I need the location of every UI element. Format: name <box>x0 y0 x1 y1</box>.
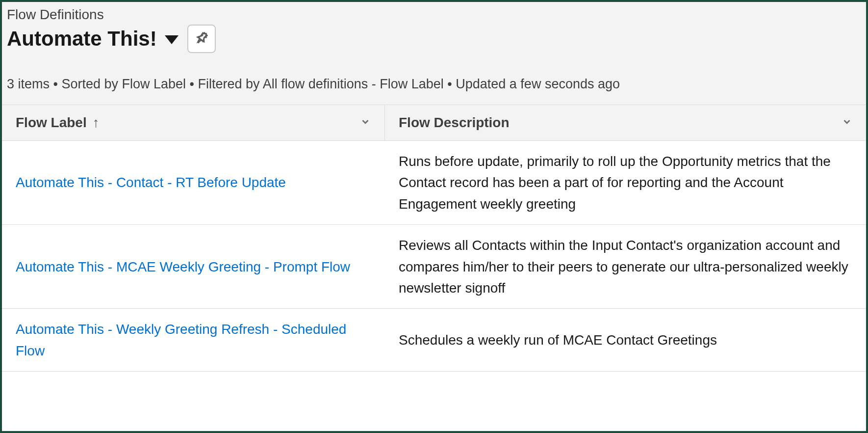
chevron-down-icon[interactable] <box>842 115 852 131</box>
flow-description: Runs before update, primarily to roll up… <box>385 141 866 224</box>
column-header-flow-description[interactable]: Flow Description <box>385 105 866 140</box>
list-view-dropdown[interactable]: Automate This! <box>7 27 179 51</box>
table-row: Automate This - Contact - RT Before Upda… <box>2 141 866 225</box>
column-label: Flow Description <box>399 115 510 131</box>
pin-icon <box>194 30 209 48</box>
flow-link[interactable]: Automate This - Contact - RT Before Upda… <box>16 172 286 193</box>
flow-definitions-table: Flow Label ↑ Flow Description <box>2 105 866 431</box>
page-title: Automate This! <box>7 27 157 51</box>
table-header: Flow Label ↑ Flow Description <box>2 105 866 141</box>
column-header-flow-label[interactable]: Flow Label ↑ <box>2 105 385 140</box>
table-body: Automate This - Contact - RT Before Upda… <box>2 141 866 372</box>
chevron-down-icon[interactable] <box>360 115 371 131</box>
pin-list-button[interactable] <box>187 25 216 53</box>
flow-link[interactable]: Automate This - Weekly Greeting Refresh … <box>16 319 371 361</box>
flow-description: Reviews all Contacts within the Input Co… <box>385 225 866 308</box>
table-row: Automate This - MCAE Weekly Greeting - P… <box>2 225 866 309</box>
column-label: Flow Label <box>16 115 87 131</box>
caret-down-icon <box>165 35 179 44</box>
breadcrumb: Flow Definitions <box>7 7 858 23</box>
flow-link[interactable]: Automate This - MCAE Weekly Greeting - P… <box>16 256 350 277</box>
list-status: 3 items • Sorted by Flow Label • Filtere… <box>7 77 858 92</box>
table-row: Automate This - Weekly Greeting Refresh … <box>2 309 866 372</box>
flow-description: Schedules a weekly run of MCAE Contact G… <box>385 309 866 371</box>
sort-ascending-icon: ↑ <box>93 115 100 131</box>
